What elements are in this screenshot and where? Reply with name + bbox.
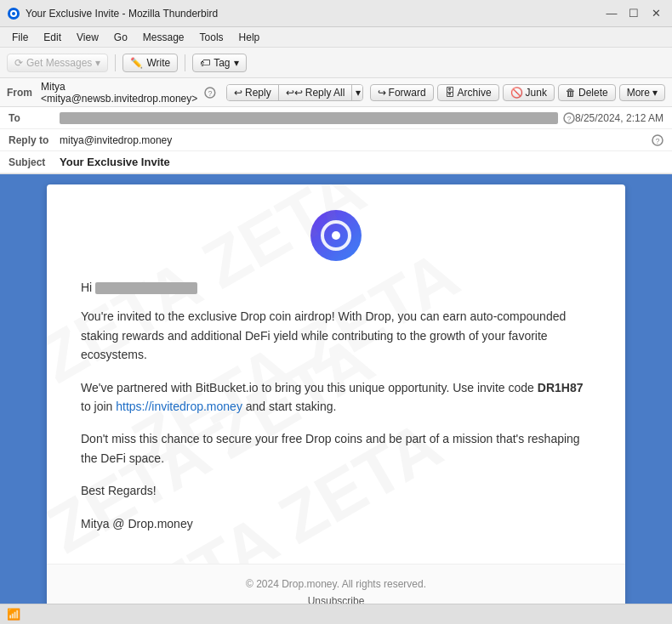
paragraph-3: Don't miss this chance to secure your fr… [81, 429, 591, 468]
reply-to-security-icon: ? [652, 134, 663, 146]
toolbar-separator-2 [185, 54, 185, 71]
to-value [60, 112, 558, 124]
menu-message[interactable]: Message [136, 30, 191, 45]
toolbar: ⟳ Get Messages ▾ ✏️ Write 🏷 Tag ▾ [0, 48, 672, 78]
paragraph-2: We've partnered with BitBucket.io to bri… [81, 378, 591, 417]
invite-code: DR1H87 [538, 381, 584, 394]
invite-link[interactable]: https://invitedrop.money [116, 400, 242, 413]
menu-bar: File Edit View Go Message Tools Help [0, 27, 672, 48]
title-bar-controls: — ☐ ✕ [602, 4, 665, 23]
recipient-name-blurred [95, 282, 197, 294]
get-messages-dropdown-icon: ▾ [95, 57, 100, 69]
toolbar-separator-1 [115, 54, 116, 71]
svg-point-2 [12, 12, 15, 15]
junk-button[interactable]: 🚫 Junk [503, 84, 555, 101]
more-dropdown-icon: ▾ [652, 87, 658, 99]
from-value: Mitya <mitya@newsb.invitedrop.money> [41, 81, 197, 105]
delete-icon: 🗑 [566, 87, 576, 99]
maximize-button[interactable]: ☐ [624, 4, 643, 23]
logo-circle [310, 210, 362, 261]
signature: Mitya @ Drop.money [81, 514, 591, 533]
subject-label: Subject [9, 156, 60, 168]
subject-value: Your Exclusive Invite [60, 156, 663, 168]
email-text-content: Hi You're invited to the exclusive Drop … [81, 278, 591, 533]
subject-row: Subject Your Exclusive Invite [0, 151, 672, 173]
sign-off: Best Regards! [81, 481, 591, 500]
hi-line: Hi [81, 278, 591, 297]
email-content: ZETA ZETA ZETA ZETA ZETA ZETA ZETA ZETA … [47, 184, 625, 564]
logo-inner [321, 220, 351, 251]
reply-to-value: mitya@invitedrop.money [60, 134, 646, 146]
reply-group: ↩ Reply ↩↩ Reply All ▾ [226, 84, 363, 101]
title-bar-left: Your Exclusive Invite - Mozilla Thunderb… [7, 7, 218, 20]
minimize-button[interactable]: — [602, 4, 621, 23]
email-date: 8/25/2024, 2:12 AM [575, 112, 663, 124]
to-row: To ? 8/25/2024, 2:12 AM [0, 107, 672, 129]
reply-icon: ↩ [234, 87, 242, 99]
svg-text:?: ? [567, 115, 571, 123]
logo-dot [332, 231, 340, 240]
archive-icon: 🗄 [445, 87, 455, 99]
forward-button[interactable]: ↪ Forward [370, 84, 434, 101]
reply-all-button[interactable]: ↩↩ Reply All [278, 85, 352, 100]
from-label: From [7, 87, 32, 99]
svg-text:?: ? [208, 88, 213, 97]
menu-go[interactable]: Go [107, 30, 134, 45]
to-security-icon: ? [563, 112, 575, 124]
email-body-wrapper[interactable]: ZETA ZETA ZETA ZETA ZETA ZETA ZETA ZETA … [0, 174, 672, 604]
more-button[interactable]: More ▾ [619, 84, 665, 101]
status-bar: 📶 [0, 604, 672, 624]
tag-label: Tag [214, 57, 230, 69]
tag-icon: 🏷 [200, 57, 210, 69]
paragraph-1: You're invited to the exclusive Drop coi… [81, 307, 591, 364]
email-logo [81, 210, 591, 261]
menu-file[interactable]: File [5, 30, 35, 45]
menu-view[interactable]: View [70, 30, 105, 45]
close-button[interactable]: ✕ [646, 4, 665, 23]
window-title: Your Exclusive Invite - Mozilla Thunderb… [26, 8, 218, 20]
write-button[interactable]: ✏️ Write [122, 54, 178, 72]
tag-dropdown-icon: ▾ [234, 57, 239, 69]
paragraph-2-prefix: We've partnered with BitBucket.io to bri… [81, 381, 538, 394]
reply-to-row: Reply to mitya@invitedrop.money ? [0, 129, 672, 151]
to-label: To [9, 112, 60, 124]
unsubscribe-link[interactable]: Unsubscribe [308, 595, 365, 604]
paragraph-2-mid: to join [81, 400, 116, 413]
menu-tools[interactable]: Tools [193, 30, 231, 45]
get-messages-button[interactable]: ⟳ Get Messages ▾ [7, 54, 108, 72]
security-icon: ? [204, 87, 216, 99]
reply-button[interactable]: ↩ Reply [227, 85, 278, 100]
forward-icon: ↪ [378, 87, 386, 99]
menu-edit[interactable]: Edit [37, 30, 68, 45]
write-label: Write [146, 57, 170, 69]
reply-all-icon: ↩↩ [286, 87, 303, 99]
title-bar: Your Exclusive Invite - Mozilla Thunderb… [0, 0, 672, 27]
delete-button[interactable]: 🗑 Delete [558, 84, 616, 101]
wifi-icon: 📶 [7, 608, 20, 621]
tag-button[interactable]: 🏷 Tag ▾ [192, 54, 246, 72]
archive-button[interactable]: 🗄 Archive [437, 84, 499, 101]
footer-copyright: © 2024 Drop.money. All rights reserved. [60, 578, 612, 590]
junk-icon: 🚫 [510, 87, 523, 99]
email-body: ZETA ZETA ZETA ZETA ZETA ZETA ZETA ZETA … [47, 184, 625, 604]
reply-dropdown-button[interactable]: ▾ [351, 85, 362, 100]
paragraph-2-suffix: and start staking. [242, 400, 337, 413]
get-messages-icon: ⟳ [14, 57, 23, 69]
menu-help[interactable]: Help [232, 30, 267, 45]
action-bar: From Mitya <mitya@newsb.invitedrop.money… [0, 78, 672, 107]
svg-text:?: ? [655, 137, 659, 145]
email-footer: © 2024 Drop.money. All rights reserved. … [47, 564, 625, 604]
get-messages-label: Get Messages [26, 57, 92, 69]
thunderbird-icon [7, 7, 20, 20]
reply-to-label: Reply to [9, 134, 60, 146]
write-icon: ✏️ [130, 57, 143, 69]
message-header: From Mitya <mitya@newsb.invitedrop.money… [0, 78, 672, 174]
